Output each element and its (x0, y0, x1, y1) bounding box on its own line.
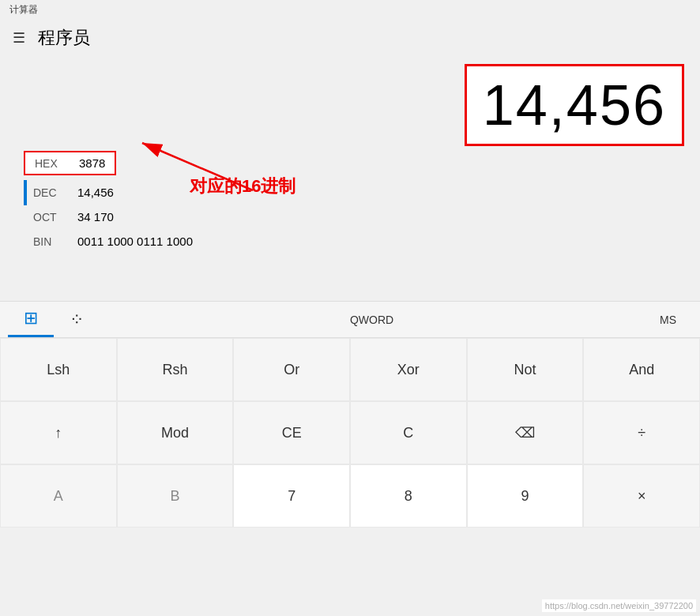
tab-ms[interactable]: MS (644, 304, 692, 336)
header: ☰ 程序员 (0, 20, 700, 56)
hex-value: 3878 (79, 156, 105, 170)
tab-qword-label: QWORD (350, 314, 393, 326)
btn-ce[interactable]: CE (233, 401, 350, 464)
tab-dots-icon: ⁘ (70, 310, 84, 329)
btn-or[interactable]: Or (233, 338, 350, 401)
display-area: 14,456 对应的16进制 HEX 3878 DEC 14,45 (0, 56, 700, 301)
btn-8[interactable]: 8 (350, 464, 467, 528)
btn-mod[interactable]: Mod (117, 401, 234, 464)
hamburger-button[interactable]: ☰ (13, 29, 25, 47)
tab-ms-label: MS (660, 314, 676, 326)
bin-value: 0011 1000 0111 1000 (77, 235, 193, 248)
backspace-icon: ⌫ (515, 424, 535, 441)
tabs-row: ⊞ ⁘ QWORD MS (0, 302, 700, 338)
btn-shift[interactable]: ↑ (0, 401, 117, 464)
tab-grid-icon: ⊞ (24, 308, 38, 328)
calc-grid: Lsh Rsh Or Xor Not And ↑ Mod CE C ⌫ ÷ A … (0, 338, 700, 528)
oct-row: OCT 34 170 (24, 206, 684, 227)
app-name: 计算器 (9, 4, 38, 15)
btn-lsh[interactable]: Lsh (0, 338, 117, 401)
btn-9[interactable]: 9 (467, 464, 584, 528)
btn-and[interactable]: And (583, 338, 700, 401)
btn-backspace[interactable]: ⌫ (467, 401, 584, 464)
divide-icon: ÷ (638, 425, 645, 441)
btn-a[interactable]: A (0, 464, 117, 528)
hex-row-container: HEX 3878 (24, 151, 684, 175)
btn-c[interactable]: C (350, 401, 467, 464)
btn-multiply[interactable]: × (583, 464, 700, 528)
conversions: HEX 3878 DEC 14,456 OCT 34 170 BIN 0011 … (16, 151, 684, 252)
oct-value: 34 170 (77, 210, 114, 223)
bin-label: BIN (33, 235, 65, 248)
dec-accent-bar (24, 180, 27, 205)
oct-label: OCT (33, 211, 65, 223)
app-title: 程序员 (38, 26, 90, 50)
dec-row: DEC 14,456 (24, 182, 684, 203)
main-display: 14,456 (16, 64, 684, 143)
btn-not[interactable]: Not (467, 338, 584, 401)
hex-row: HEX 3878 (24, 151, 116, 175)
watermark: https://blog.csdn.net/weixin_39772200 (542, 599, 696, 612)
title-bar: 计算器 (0, 0, 700, 20)
btn-xor[interactable]: Xor (350, 338, 467, 401)
tab-qword[interactable]: QWORD (334, 304, 409, 336)
tab-grid[interactable]: ⊞ (8, 302, 54, 337)
hex-label: HEX (35, 157, 66, 170)
btn-rsh[interactable]: Rsh (117, 338, 234, 401)
btn-b[interactable]: B (117, 464, 234, 528)
tabs-section: ⊞ ⁘ QWORD MS (0, 301, 700, 338)
bin-row: BIN 0011 1000 0111 1000 (24, 231, 684, 252)
dec-value: 14,456 (77, 186, 114, 199)
btn-7[interactable]: 7 (233, 464, 350, 528)
main-value: 14,456 (465, 64, 684, 146)
tab-dots[interactable]: ⁘ (54, 303, 100, 336)
dec-label: DEC (33, 186, 65, 199)
multiply-icon: × (638, 488, 646, 505)
btn-divide[interactable]: ÷ (583, 401, 700, 464)
